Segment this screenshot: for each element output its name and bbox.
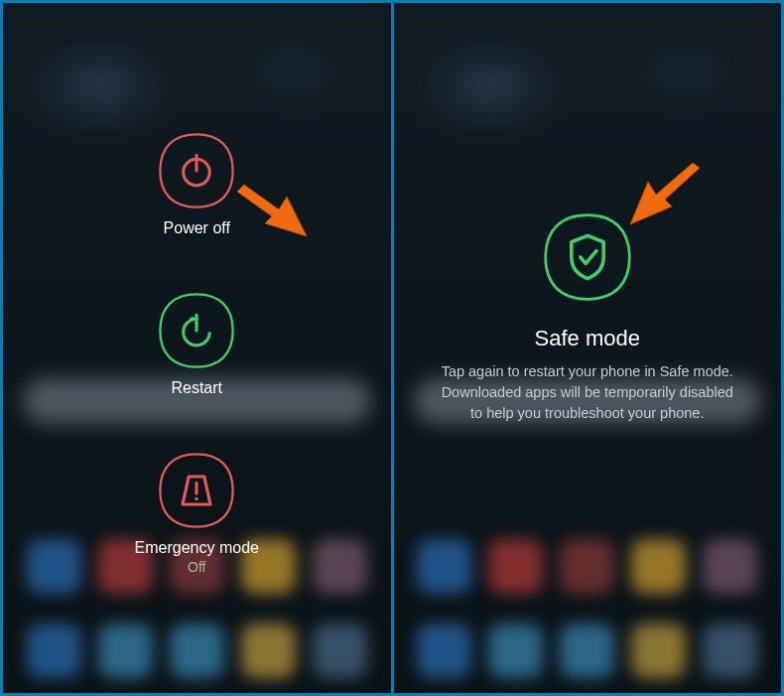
power-off-label: Power off xyxy=(164,219,230,237)
emergency-label: Emergency mode xyxy=(135,539,259,557)
power-off-button[interactable]: Power off xyxy=(158,132,235,237)
restart-icon xyxy=(158,292,235,369)
annotation-arrow xyxy=(227,172,317,251)
annotation-arrow xyxy=(620,160,710,244)
safe-mode-button[interactable] xyxy=(543,212,632,312)
power-off-icon xyxy=(158,132,235,209)
restart-label: Restart xyxy=(171,379,222,397)
restart-button[interactable]: Restart xyxy=(158,292,235,397)
emergency-icon xyxy=(158,452,235,529)
safe-mode-description: Tap again to restart your phone in Safe … xyxy=(419,361,756,424)
power-menu-panel: Power off Restart xyxy=(3,3,391,693)
safe-mode-icon xyxy=(543,212,632,302)
emergency-sub: Off xyxy=(188,559,205,575)
safe-mode-title: Safe mode xyxy=(535,326,640,351)
safe-mode-panel: Safe mode Tap again to restart your phon… xyxy=(394,3,782,693)
svg-point-4 xyxy=(196,497,198,500)
emergency-mode-button[interactable]: Emergency mode Off xyxy=(135,452,259,575)
